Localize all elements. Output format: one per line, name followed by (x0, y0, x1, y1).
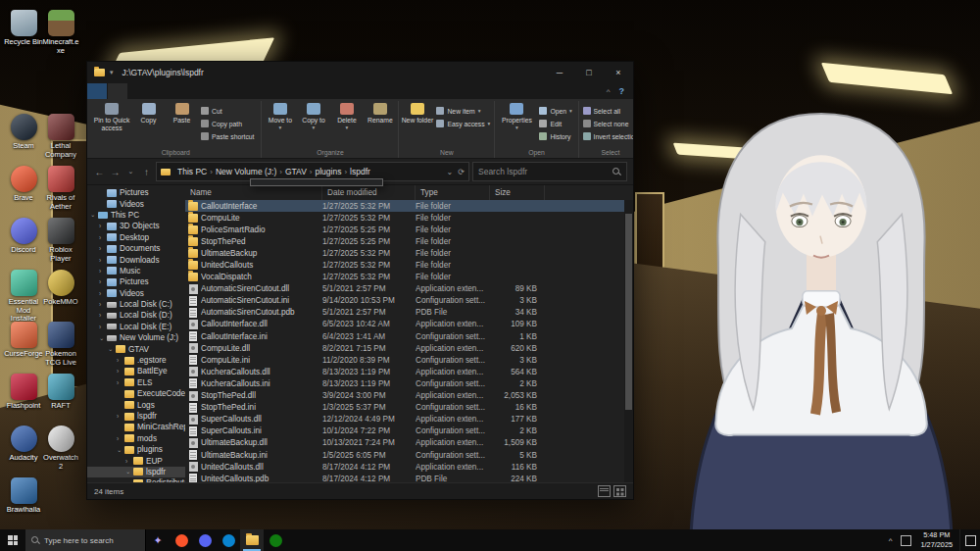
sidebar-tree-item[interactable]: › Music (87, 266, 185, 276)
file-row[interactable]: UltimateBackup.dll 10/13/2021 7:24 PM Ap… (185, 437, 633, 449)
desktop-shortcut[interactable]: Minecraft.exe (41, 10, 80, 55)
taskbar-app-icon[interactable]: ✦ (146, 529, 170, 551)
tree-expand-icon[interactable]: › (125, 458, 133, 465)
ribbon-button[interactable]: New item ▾ (434, 105, 492, 117)
sidebar-tree-item[interactable]: › 3D Objects (87, 221, 185, 231)
file-row[interactable]: CompuLite 1/27/2025 5:32 PM File folder (185, 212, 633, 224)
tree-expand-icon[interactable]: › (117, 357, 124, 364)
forward-button[interactable]: → (109, 167, 122, 177)
column-header-name[interactable]: Name (185, 185, 322, 200)
tree-expand-icon[interactable]: › (117, 435, 124, 442)
breadcrumb-item[interactable]: GTAV (282, 167, 310, 176)
taskbar-app-icon[interactable] (240, 529, 264, 551)
desktop-shortcut[interactable]: Overwatch 2 (41, 426, 80, 471)
close-button[interactable]: × (604, 62, 633, 83)
sidebar-tree-item[interactable]: › BattlEye (87, 366, 185, 376)
file-row[interactable]: UnitedCallouts.dll 8/17/2024 4:12 PM App… (185, 461, 633, 473)
tree-expand-icon[interactable]: › (99, 268, 107, 275)
ribbon-tab[interactable] (108, 83, 127, 99)
sidebar-tree-item[interactable]: Videos (87, 198, 185, 209)
desktop-shortcut[interactable]: Flashpoint (4, 374, 43, 411)
sidebar-tree-item[interactable]: › .egstore (87, 355, 185, 366)
minimize-button[interactable]: ─ (545, 62, 574, 83)
file-row[interactable]: SuperCallouts.ini 10/1/2024 7:22 PM Conf… (185, 426, 633, 437)
column-header-type[interactable]: Type (416, 185, 490, 200)
sidebar-tree-item[interactable]: ⌄ This PC (87, 210, 185, 221)
tree-expand-icon[interactable]: › (99, 223, 107, 229)
breadcrumb-item[interactable]: New Volume (J:) (213, 167, 279, 176)
sidebar-tree-item[interactable]: › Local Disk (E:) (87, 322, 185, 332)
file-row[interactable]: AutomaticSirenCutout.pdb 5/1/2021 2:57 P… (185, 307, 633, 319)
file-row[interactable]: SuperCallouts.dll 12/12/2024 4:49 PM App… (185, 414, 633, 426)
ribbon-button[interactable]: Copy path (199, 118, 259, 129)
file-row[interactable]: UltimateBackup 1/27/2025 5:32 PM File fo… (185, 247, 633, 259)
ribbon-button[interactable]: History (537, 130, 575, 142)
file-row[interactable]: StopThePed.dll 3/9/2024 3:00 PM Applicat… (185, 390, 633, 402)
title-bar[interactable]: ▾ J:\GTAV\plugins\lspdfr ─ □ × (87, 62, 633, 83)
taskbar-app-icon[interactable] (170, 529, 193, 551)
tree-expand-icon[interactable]: ⌄ (125, 468, 133, 476)
file-row[interactable]: VocalDispatch 1/27/2025 5:32 PM File fol… (185, 272, 633, 283)
up-button[interactable]: ↑ (140, 167, 153, 177)
ribbon-button[interactable]: Paste (166, 101, 198, 148)
ribbon-button[interactable]: Rename (364, 101, 396, 148)
taskbar-search-box[interactable]: Type here to search (25, 529, 146, 551)
sidebar-tree-item[interactable]: › mods (87, 433, 185, 444)
ribbon-tab[interactable] (127, 83, 147, 99)
scrollbar-thumb[interactable] (625, 214, 632, 410)
ribbon-tab[interactable] (147, 83, 167, 99)
tree-expand-icon[interactable]: › (99, 234, 107, 241)
file-row[interactable]: PoliceSmartRadio 1/27/2025 5:25 PM File … (185, 224, 633, 235)
ribbon-button[interactable]: Pin to Quick access (92, 101, 131, 148)
tree-expand-icon[interactable]: › (99, 290, 107, 297)
ribbon-button[interactable]: Select all (581, 105, 633, 117)
volume-icon[interactable] (901, 535, 911, 546)
ribbon-button[interactable]: Easy access ▾ (434, 118, 492, 129)
column-header-date[interactable]: Date modified (322, 185, 416, 200)
desktop-shortcut[interactable]: Steam (4, 114, 43, 151)
file-row[interactable]: AutomaticSirenCutout.dll 5/1/2021 2:57 P… (185, 283, 633, 295)
file-row[interactable]: CalloutInterface.dll 6/5/2023 10:42 AM A… (185, 319, 633, 330)
sidebar-tree-item[interactable]: MiniCrashReports (87, 422, 185, 432)
sidebar-tree-item[interactable]: Logs (87, 399, 185, 410)
address-dropdown-icon[interactable]: ⌄ (447, 168, 454, 176)
tree-expand-icon[interactable]: › (99, 245, 107, 252)
recent-locations-button[interactable]: ⌄ (124, 168, 137, 175)
refresh-icon[interactable]: ⟳ (458, 168, 465, 176)
desktop-shortcut[interactable]: CurseForge (4, 322, 43, 359)
breadcrumb-item[interactable]: This PC (174, 167, 210, 176)
file-row[interactable]: StopThePed.ini 1/3/2025 5:37 PM Configur… (185, 402, 633, 414)
desktop-shortcut[interactable]: Brave (4, 166, 43, 203)
sidebar-tree-item[interactable]: ⌄ plugins (87, 444, 185, 455)
taskbar-app-icon[interactable] (217, 529, 240, 551)
ribbon-button[interactable]: Open ▾ (537, 105, 575, 117)
ribbon-button[interactable]: Cut (199, 105, 259, 117)
taskbar-app-icon[interactable] (264, 529, 287, 551)
ribbon-button[interactable]: Select none (581, 118, 633, 129)
breadcrumb-item[interactable]: plugins (313, 167, 345, 176)
tree-expand-icon[interactable]: ⌄ (108, 345, 116, 353)
desktop-shortcut[interactable]: Rivals of Aether (41, 166, 80, 211)
file-row[interactable]: CalloutInterface.ini 6/4/2023 1:41 AM Co… (185, 330, 633, 342)
quick-access-toolbar-caret[interactable]: ▾ (110, 69, 114, 76)
sidebar-tree-item[interactable]: › ELS (87, 377, 185, 388)
vertical-scrollbar[interactable] (624, 200, 633, 482)
sidebar-tree-item[interactable]: ⌄ GTAV (87, 343, 185, 354)
desktop-shortcut[interactable]: Pokemon TCG Live (41, 322, 80, 367)
ribbon-button[interactable]: Edit (537, 118, 575, 129)
sidebar-tree-item[interactable]: › lspdfr (87, 411, 185, 422)
show-hidden-icons-chevron[interactable]: ^ (884, 536, 898, 545)
taskbar-clock[interactable]: 5:48 PM 1/27/2025 (914, 530, 959, 550)
desktop-shortcut[interactable]: PokeMMO (41, 270, 80, 307)
tree-expand-icon[interactable]: › (99, 301, 107, 308)
file-row[interactable]: KucheraCallouts.dll 8/13/2023 1:19 PM Ap… (185, 366, 633, 377)
tree-expand-icon[interactable]: › (117, 368, 124, 375)
tree-expand-icon[interactable]: › (99, 257, 107, 264)
ribbon-button[interactable]: Copy (132, 101, 165, 148)
desktop-shortcut[interactable]: Brawlhalla (4, 477, 43, 515)
sidebar-tree-item[interactable]: ExecuteCode (87, 388, 185, 399)
action-center-button[interactable] (959, 529, 980, 551)
tree-expand-icon[interactable]: ⌄ (90, 211, 98, 219)
sidebar-tree-item[interactable]: › EUP (87, 455, 185, 466)
help-icon[interactable]: ? (619, 86, 625, 96)
